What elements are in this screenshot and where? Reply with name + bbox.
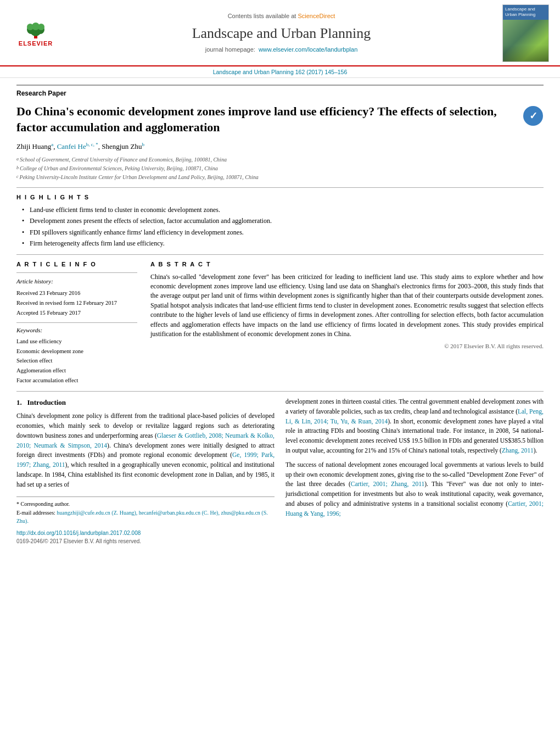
highlights-section: H I G H L I G H T S Land-use efficient f… [16, 193, 544, 249]
intro-number: 1. [16, 398, 22, 406]
ref-glaeser[interactable]: Glaeser & Gottlieb, 2008; Neumark & Kolk… [16, 432, 275, 449]
keyword-1: Land use efficiency [16, 337, 137, 347]
body-col-right: development zones in thirteen coastal ci… [285, 397, 544, 545]
cover-title: Landscape and Urban Planning [503, 5, 548, 20]
journal-header: ELSEVIER Contents lists available at Sci… [0, 0, 560, 66]
keywords-label: Keywords: [16, 326, 137, 335]
keyword-4: Agglomeration effect [16, 366, 137, 376]
doi-link[interactable]: http://dx.doi.org/10.1016/j.landurbplan.… [16, 530, 141, 536]
cover-title-line2: Urban Planning [505, 12, 535, 17]
footnote-corresponding: * Corresponding author. [16, 500, 275, 509]
keyword-3: Selection effect [16, 356, 137, 366]
affiliations-block: a School of Government, Central Universi… [16, 155, 544, 182]
received-date: Received 23 February 2016 [16, 288, 137, 298]
body-col2-text: development zones in thirteen coastal ci… [285, 397, 544, 519]
separator-3 [16, 391, 544, 392]
email-label: E-mail addresses: [16, 510, 55, 516]
elsevier-logo: ELSEVIER [11, 17, 60, 50]
body-col2-p2: The success of national development zone… [285, 460, 544, 519]
author-1-name: Zhiji Huang [16, 142, 51, 150]
footnote-area: * Corresponding author. E-mail addresses… [16, 496, 275, 546]
ref-cartier2[interactable]: Cartier, 2001; Huang & Yang, 1996; [285, 500, 544, 517]
svg-point-6 [38, 24, 44, 30]
homepage-line: journal homepage: www.elsevier.com/locat… [60, 46, 502, 54]
crossmark-badge: ✓ [523, 103, 544, 131]
abstract-col: A B S T R A C T China's so-called "devel… [150, 260, 544, 386]
keywords-divider [16, 322, 137, 323]
main-content: Research Paper Do China's economic devel… [0, 78, 560, 551]
author-1-sup: a [51, 142, 53, 147]
keywords-list: Land use efficiency Economic development… [16, 337, 137, 386]
page: ELSEVIER Contents lists available at Sci… [0, 0, 560, 742]
sciencedirect-link[interactable]: ScienceDirect [298, 13, 335, 19]
affiliation-3-text: Peking University-Lincoln Institute Cent… [20, 173, 259, 182]
footnote-corresponding-label: * Corresponding author. [16, 501, 70, 507]
footer-doi: http://dx.doi.org/10.1016/j.landurbplan.… [16, 529, 275, 538]
footer-issn: 0169-2046/© 2017 Elsevier B.V. All right… [16, 538, 275, 546]
author-3-sup: b [142, 142, 145, 147]
affiliation-1: a School of Government, Central Universi… [16, 155, 544, 164]
article-info-heading: A R T I C L E I N F O [16, 260, 137, 269]
body-col2-p1: development zones in thirteen coastal ci… [285, 397, 544, 456]
accepted-date: Accepted 15 February 2017 [16, 308, 137, 318]
journal-center-header: Contents lists available at ScienceDirec… [60, 12, 502, 55]
doi-line: Landscape and Urban Planning 162 (2017) … [0, 66, 560, 78]
highlight-item-1: Land-use efficient firms tend to cluster… [22, 205, 544, 215]
contents-availability-line: Contents lists available at ScienceDirec… [60, 12, 502, 21]
info-divider [16, 272, 137, 273]
homepage-label: journal homepage: [205, 46, 255, 53]
affiliation-2-text: College of Urban and Environmental Scien… [20, 164, 218, 173]
history-label: Article history: [16, 276, 137, 287]
info-abstract-cols: A R T I C L E I N F O Article history: R… [16, 260, 544, 386]
ref-ge[interactable]: Ge, 1999; Park, 1997; Zhang, 2011 [16, 451, 275, 468]
author-2-name: Canfei He [57, 142, 86, 150]
keyword-5: Factor accumulation effect [16, 376, 137, 386]
affiliation-3: c Peking University-Lincoln Institute Ce… [16, 173, 544, 182]
authors-line: Zhiji Huanga, Canfei Heb, c, *, Shengjun… [16, 141, 544, 152]
elsevier-tree-icon [19, 19, 52, 40]
keyword-2: Economic development zone [16, 347, 137, 356]
article-info-col: A R T I C L E I N F O Article history: R… [16, 260, 137, 386]
article-title-block: Do China's economic development zones im… [16, 103, 544, 136]
keywords-section: Keywords: Land use efficiency Economic d… [16, 326, 137, 386]
copyright-line: © 2017 Elsevier B.V. All rights reserved… [150, 342, 544, 351]
journal-cover-image: Landscape and Urban Planning [502, 4, 549, 62]
intro-heading: 1. Introduction [16, 397, 275, 408]
intro-title: Introduction [27, 398, 66, 406]
highlight-item-3: FDI spillovers significantly enhance fir… [22, 228, 544, 237]
intro-heading-block: 1. Introduction China's development zone… [16, 397, 275, 490]
affiliation-1-text: School of Government, Central University… [20, 155, 227, 164]
article-type-label: Research Paper [16, 85, 544, 98]
revised-date: Received in revised form 12 February 201… [16, 298, 137, 308]
doi-reference: Landscape and Urban Planning 162 (2017) … [213, 69, 348, 75]
svg-point-5 [27, 24, 33, 30]
highlights-list: Land-use efficient firms tend to cluster… [16, 205, 544, 249]
highlight-item-2: Development zones present the effects of… [22, 216, 544, 226]
ref-lal[interactable]: Lal, Peng, Li, & Lin, 2014; Tu, Yu, & Ru… [285, 408, 544, 425]
contents-label: Contents lists available at [228, 13, 296, 19]
ref-zhang2011[interactable]: Zhang, 2011 [502, 447, 534, 454]
abstract-text: China's so-called "development zone feve… [150, 272, 544, 339]
body-col1-p1: China's development zone policy is diffe… [16, 411, 275, 490]
highlights-heading: H I G H L I G H T S [16, 193, 544, 202]
elsevier-wordmark: ELSEVIER [19, 40, 53, 48]
journal-title: Landscape and Urban Planning [60, 23, 502, 44]
author-2-sup: b, c, * [86, 142, 98, 147]
author-3-name: Shengjun Zhu [102, 142, 142, 150]
affiliation-2: b College of Urban and Environmental Sci… [16, 164, 544, 173]
cover-title-line1: Landscape and [505, 7, 535, 12]
separator-2 [16, 254, 544, 255]
separator-1 [16, 187, 544, 188]
body-col-left: 1. Introduction China's development zone… [16, 397, 275, 545]
highlight-item-4: Firm heterogeneity affects firm land use… [22, 239, 544, 248]
svg-text:✓: ✓ [529, 110, 537, 121]
article-title-text: Do China's economic development zones im… [16, 103, 523, 136]
ref-cartier[interactable]: Cartier, 2001; Zhang, 2011 [351, 481, 425, 487]
article-history: Article history: Received 23 February 20… [16, 276, 137, 318]
abstract-heading: A B S T R A C T [150, 260, 544, 269]
cover-landscape-image [503, 20, 548, 62]
footnote-emails: E-mail addresses: huangzhiji@cufe.edu.cn… [16, 509, 275, 525]
body-two-col: 1. Introduction China's development zone… [16, 397, 544, 545]
crossmark-icon: ✓ [523, 105, 544, 126]
homepage-url[interactable]: www.elsevier.com/locate/landurbplan [259, 46, 357, 53]
